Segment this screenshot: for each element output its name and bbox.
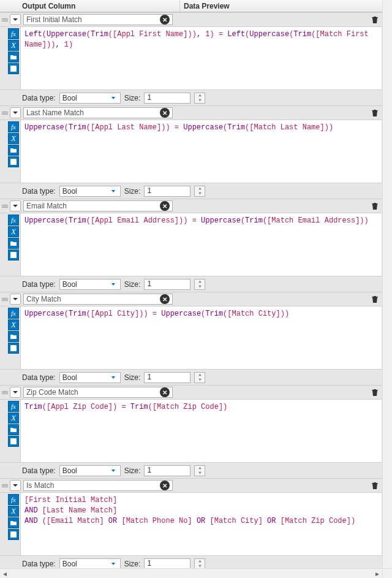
output-column-name-input[interactable]: Zip Code Match ✕ xyxy=(23,387,173,398)
open-folder-button[interactable] xyxy=(8,517,19,528)
delete-row-button[interactable] xyxy=(368,15,382,24)
data-type-select[interactable]: Bool xyxy=(59,372,121,383)
delete-row-button[interactable] xyxy=(368,295,382,303)
save-button[interactable] xyxy=(8,156,19,167)
save-button[interactable] xyxy=(8,343,19,354)
scroll-left-arrow-icon[interactable]: ◂ xyxy=(0,569,10,579)
data-type-select[interactable]: Bool xyxy=(59,465,121,476)
fx-button[interactable]: fx xyxy=(8,401,19,412)
collapse-toggle[interactable] xyxy=(10,480,21,491)
x-variable-button[interactable]: X xyxy=(8,226,19,237)
fx-button[interactable]: fx xyxy=(8,494,19,505)
drag-handle-icon[interactable] xyxy=(0,292,10,306)
save-button[interactable] xyxy=(8,249,19,260)
save-button[interactable] xyxy=(8,63,19,74)
clear-name-button[interactable]: ✕ xyxy=(160,481,170,490)
clear-name-button[interactable]: ✕ xyxy=(160,15,170,25)
clear-name-button[interactable]: ✕ xyxy=(160,387,170,397)
size-input[interactable]: 1 xyxy=(144,465,190,476)
collapse-toggle[interactable] xyxy=(10,294,21,305)
x-variable-button[interactable]: X xyxy=(8,413,19,424)
spinner-down-icon[interactable] xyxy=(195,284,205,289)
open-folder-button[interactable] xyxy=(8,331,19,342)
expression-editor[interactable]: Uppercase(Trim([Appl Email Address])) = … xyxy=(21,213,382,276)
expression-editor[interactable]: Left(Uppercase(Trim([Appl First Name])),… xyxy=(21,27,382,89)
x-variable-button[interactable]: X xyxy=(8,40,19,51)
spinner-up-icon[interactable] xyxy=(195,559,205,564)
open-folder-button[interactable] xyxy=(8,424,19,435)
rows-container: First Initial Match ✕ fx X Left(Uppercas… xyxy=(0,12,382,568)
clear-name-button[interactable]: ✕ xyxy=(160,108,170,118)
fx-button[interactable]: fx xyxy=(8,215,19,226)
open-folder-button[interactable] xyxy=(8,238,19,249)
spinner-down-icon[interactable] xyxy=(195,378,205,382)
delete-row-button[interactable] xyxy=(368,108,382,117)
expression-editor[interactable]: [First Initial Match]AND [Last Name Matc… xyxy=(21,493,382,555)
open-folder-button[interactable] xyxy=(8,51,19,63)
expression-editor[interactable]: Trim([Appl Zip Code]) = Trim([Match Zip … xyxy=(21,400,382,462)
fx-button[interactable]: fx xyxy=(8,28,19,39)
save-button[interactable] xyxy=(8,436,19,447)
size-spinner[interactable] xyxy=(194,558,205,569)
data-type-select[interactable]: Bool xyxy=(59,186,121,197)
spinner-down-icon[interactable] xyxy=(195,191,205,196)
row-toolbar: fx X xyxy=(0,493,21,555)
fx-button[interactable]: fx xyxy=(8,308,19,319)
drag-handle-icon[interactable] xyxy=(0,386,10,399)
collapse-toggle[interactable] xyxy=(10,200,21,211)
spinner-down-icon[interactable] xyxy=(195,471,205,476)
size-spinner[interactable] xyxy=(194,465,205,476)
expression-editor[interactable]: Uppercase(Trim([Appl City])) = Uppercase… xyxy=(21,306,382,369)
size-input[interactable]: 1 xyxy=(144,93,190,104)
size-input[interactable]: 1 xyxy=(144,186,190,197)
size-spinner[interactable] xyxy=(194,93,205,104)
output-column-name-input[interactable]: Is Match ✕ xyxy=(23,480,173,491)
data-type-select[interactable]: Bool xyxy=(59,93,121,104)
spinner-down-icon[interactable] xyxy=(195,564,205,569)
delete-row-button[interactable] xyxy=(368,202,382,210)
header-output-column[interactable]: Output Column xyxy=(0,1,180,12)
output-column-name-input[interactable]: City Match ✕ xyxy=(23,294,173,305)
x-variable-button[interactable]: X xyxy=(8,319,19,330)
collapse-toggle[interactable] xyxy=(10,14,21,25)
size-spinner[interactable] xyxy=(194,279,205,290)
size-spinner[interactable] xyxy=(194,186,205,197)
output-column-name-input[interactable]: First Initial Match ✕ xyxy=(23,14,173,25)
x-variable-button[interactable]: X xyxy=(8,133,19,144)
clear-name-button[interactable]: ✕ xyxy=(160,294,170,304)
size-input[interactable]: 1 xyxy=(144,372,190,383)
spinner-up-icon[interactable] xyxy=(195,373,205,378)
fx-button[interactable]: fx xyxy=(8,121,19,132)
open-folder-button[interactable] xyxy=(8,145,19,156)
collapse-toggle[interactable] xyxy=(10,107,21,118)
spinner-down-icon[interactable] xyxy=(195,98,205,103)
size-input[interactable]: 1 xyxy=(144,558,190,569)
delete-row-button[interactable] xyxy=(368,388,382,397)
scroll-right-arrow-icon[interactable]: ▸ xyxy=(372,569,382,579)
expression-row: Email Match ✕ fx X Uppercase(Trim([Appl … xyxy=(0,199,382,292)
output-column-name-input[interactable]: Last Name Match ✕ xyxy=(23,107,173,118)
output-column-name-input[interactable]: Email Match ✕ xyxy=(23,200,173,211)
delete-row-button[interactable] xyxy=(368,481,382,490)
vertical-scrollbar[interactable] xyxy=(382,0,392,568)
drag-handle-icon[interactable] xyxy=(0,199,10,213)
size-spinner[interactable] xyxy=(194,372,205,383)
size-input[interactable]: 1 xyxy=(144,279,190,290)
spinner-up-icon[interactable] xyxy=(195,279,205,284)
clear-name-button[interactable]: ✕ xyxy=(160,201,170,211)
data-type-select[interactable]: Bool xyxy=(59,558,121,569)
x-variable-button[interactable]: X xyxy=(8,506,19,517)
collapse-toggle[interactable] xyxy=(10,387,21,398)
spinner-up-icon[interactable] xyxy=(195,93,205,98)
drag-handle-icon[interactable] xyxy=(0,106,10,120)
expression-row: Is Match ✕ fx X [First Initial Match]AND… xyxy=(0,478,382,568)
drag-handle-icon[interactable] xyxy=(0,479,10,492)
horizontal-scrollbar[interactable]: ◂ ▸ xyxy=(0,568,382,578)
expression-editor[interactable]: Uppercase(Trim([Appl Last Name])) = Uppe… xyxy=(21,120,382,183)
drag-handle-icon[interactable] xyxy=(0,13,10,26)
save-button[interactable] xyxy=(8,529,19,540)
header-data-preview[interactable]: Data Preview xyxy=(180,1,392,12)
spinner-up-icon[interactable] xyxy=(195,186,205,191)
spinner-up-icon[interactable] xyxy=(195,466,205,471)
data-type-select[interactable]: Bool xyxy=(59,279,121,290)
